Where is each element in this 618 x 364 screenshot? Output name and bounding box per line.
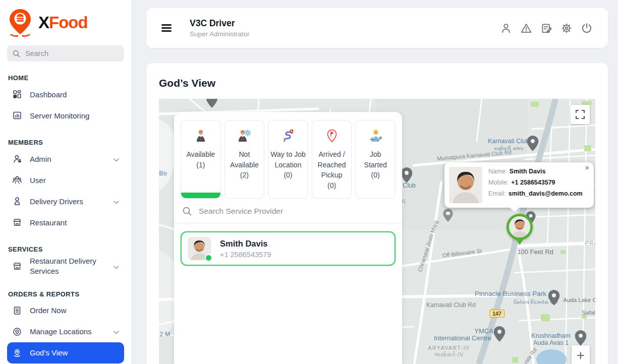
brand-x: X [38,13,49,32]
status-card-label: Arrived / Reached Pickup [312,149,352,180]
place-label: Krushnadham [531,332,571,339]
sidebar-item-label: Dashboard [30,90,67,99]
worker-icon [356,127,395,144]
status-card-available[interactable]: Available (1) [181,120,221,199]
place-label: International Centre [434,334,491,342]
map-pin-icon[interactable] [206,99,218,108]
status-card-label: Way to Job Location [268,149,308,170]
alerts-icon[interactable] [520,22,532,34]
storefront-icon [12,217,22,227]
topbar-actions [500,22,593,34]
marker-avatar [507,214,533,240]
driver-info-popup: × Name:Smith Davis Mobile:+1 2586543579 … [444,162,594,208]
status-cards: Available (1) Not Available (2) Way to J… [174,120,402,199]
sidebar-item-gods-view[interactable]: God’s View [7,342,124,363]
lodging-pin-icon[interactable] [443,209,453,222]
order-document-icon [12,306,22,316]
chevron-down-icon [114,197,119,206]
logo[interactable]: XFood [0,0,131,43]
sidebar-item-label: Delivery Drivers [30,197,83,206]
brand-food: Food [49,13,88,32]
provider-search[interactable] [174,206,402,223]
sidebar-item-server-monitoring[interactable]: Server Monitoring [7,105,124,126]
provider-search-input[interactable] [199,207,365,216]
map[interactable]: Mumatpura Karnavati Club Rd Karnavati Cl… [159,99,595,364]
route-icon [268,127,308,144]
map-pin-icon[interactable] [527,136,539,151]
name-value: Smith Davis [510,168,546,175]
mobile-value: +1 2586543579 [511,179,555,186]
sidebar-item-label: Restaurant Delivery Services [30,256,104,277]
mobile-label: Mobile: [488,179,509,186]
brand-pin-icon [7,8,33,37]
storefront-icon [12,261,22,271]
sidebar-item-delivery-drivers[interactable]: Delivery Drivers [7,191,124,212]
section-members: MEMBERS [8,139,123,146]
close-icon[interactable]: × [585,163,589,172]
zoom-in-button[interactable]: + [572,345,590,364]
place-label: 2 M [160,331,171,338]
reports-icon[interactable] [540,22,552,34]
section-services: SERVICES [8,246,123,253]
map-pin-icon[interactable] [494,326,505,342]
place-label: YMCA [474,327,493,335]
status-card-job-started[interactable]: Job Started (0) [355,120,396,199]
monitoring-icon [12,110,22,120]
power-icon[interactable] [581,22,593,34]
fullscreen-icon [576,110,585,119]
sidebar-item-restaurant[interactable]: Restaurant [7,212,124,233]
driver-map-marker[interactable] [507,214,533,249]
sidebar-item-label: Order Now [30,306,67,315]
status-card-count: (0) [312,180,352,191]
top-bar: V3C Driver Super Administrator [146,8,608,48]
sidebar: XFood HOME Dashboard Server Monitoring M… [0,0,131,364]
sidebar-item-admin[interactable]: Admin [7,148,124,169]
sidebar-item-manage-locations[interactable]: Manage Locations [7,321,124,342]
chevron-down-icon [114,155,119,163]
chevron-down-icon [114,262,119,271]
gods-view-pin-icon [12,348,22,358]
app-title: V3C Driver [190,18,250,29]
brand-name: XFood [38,13,88,32]
sidebar-item-label: Admin [30,155,51,163]
sidebar-search-input[interactable] [25,49,111,57]
map-pin-icon[interactable] [401,167,413,183]
sidebar-search[interactable] [7,45,124,62]
map-pin-icon[interactable] [575,330,587,346]
email-value: smith_davis@demo.com [509,190,583,197]
status-card-arrived-pickup[interactable]: Arrived / Reached Pickup (0) [312,120,352,199]
place-label: Auda Avas 1 [533,339,569,346]
driver-list-item[interactable]: Smith Davis +1 2586543579 [181,231,396,266]
profile-icon[interactable] [500,22,512,34]
content-card: God’s View [146,63,608,364]
status-card-count: (1) [181,160,220,170]
status-card-way-to-job[interactable]: Way to Job Location (0) [268,120,308,199]
sidebar-item-user[interactable]: User [7,169,124,191]
sidebar-item-dashboard[interactable]: Dashboard [7,84,124,105]
sidebar-item-restaurant-delivery-services[interactable]: Restaurant Delivery Services [7,255,124,278]
status-card-not-available[interactable]: Not Available (2) [224,120,265,199]
gear-icon[interactable] [560,22,573,34]
sidebar-item-order-now[interactable]: Order Now [7,300,124,321]
sidebar-item-label: Manage Locations [30,327,92,336]
online-status-dot [205,254,212,262]
status-card-label: Job Started [356,149,395,170]
menu-icon[interactable] [161,23,172,33]
driver-icon [12,196,22,206]
driver-avatar [188,237,211,260]
active-indicator [181,193,220,198]
chevron-down-icon [114,327,119,336]
status-card-count: (2) [225,170,264,180]
admin-icon [12,154,22,164]
place-label: Pinnacle Business Park [475,290,546,297]
map-pin-icon[interactable] [548,290,560,306]
status-card-label: Available [181,149,220,160]
sidebar-item-label: Restaurant [30,218,67,227]
sidebar-item-label: Server Monitoring [30,111,89,120]
section-home: HOME [8,74,123,82]
status-card-label: Not Available [225,149,264,170]
fullscreen-button[interactable] [571,105,590,124]
place-label-gujarati: કર્ણાવતી ક્લબ [494,146,524,152]
app-subtitle: Super Administrator [190,30,250,38]
sidebar-item-label: User [30,176,46,185]
